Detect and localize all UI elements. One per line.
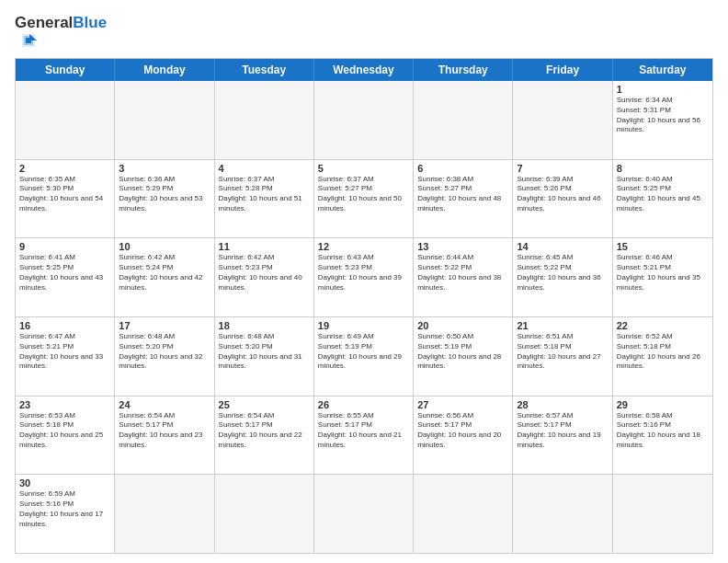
day-cell: 1Sunrise: 6:34 AM Sunset: 5:31 PM Daylig… xyxy=(613,81,712,159)
day-info: Sunrise: 6:54 AM Sunset: 5:17 PM Dayligh… xyxy=(119,411,210,451)
day-info: Sunrise: 6:54 AM Sunset: 5:17 PM Dayligh… xyxy=(219,411,310,451)
empty-day-cell xyxy=(115,81,214,159)
day-info: Sunrise: 6:40 AM Sunset: 5:25 PM Dayligh… xyxy=(617,175,709,214)
weekday-header: Saturday xyxy=(613,59,712,81)
day-cell: 17Sunrise: 6:48 AM Sunset: 5:20 PM Dayli… xyxy=(115,317,214,396)
day-cell: 12Sunrise: 6:43 AM Sunset: 5:23 PM Dayli… xyxy=(314,238,414,316)
day-number: 9 xyxy=(19,241,110,252)
day-info: Sunrise: 6:50 AM Sunset: 5:19 PM Dayligh… xyxy=(417,332,508,372)
day-cell: 18Sunrise: 6:48 AM Sunset: 5:20 PM Dayli… xyxy=(215,317,314,396)
empty-day-cell xyxy=(215,81,314,159)
day-cell: 24Sunrise: 6:54 AM Sunset: 5:17 PM Dayli… xyxy=(115,396,214,475)
day-cell: 3Sunrise: 6:36 AM Sunset: 5:29 PM Daylig… xyxy=(115,160,214,238)
day-cell: 6Sunrise: 6:38 AM Sunset: 5:27 PM Daylig… xyxy=(414,160,513,238)
calendar-week-row: 16Sunrise: 6:47 AM Sunset: 5:21 PM Dayli… xyxy=(16,317,712,396)
day-info: Sunrise: 6:45 AM Sunset: 5:22 PM Dayligh… xyxy=(517,253,608,293)
day-info: Sunrise: 6:55 AM Sunset: 5:17 PM Dayligh… xyxy=(318,411,409,451)
day-info: Sunrise: 6:56 AM Sunset: 5:17 PM Dayligh… xyxy=(417,411,508,451)
day-cell: 27Sunrise: 6:56 AM Sunset: 5:17 PM Dayli… xyxy=(414,396,513,475)
day-info: Sunrise: 6:51 AM Sunset: 5:18 PM Dayligh… xyxy=(517,332,608,372)
calendar-week-row: 23Sunrise: 6:53 AM Sunset: 5:18 PM Dayli… xyxy=(16,396,712,476)
empty-day-cell xyxy=(314,475,414,553)
day-cell: 11Sunrise: 6:42 AM Sunset: 5:23 PM Dayli… xyxy=(215,238,314,316)
calendar: SundayMondayTuesdayWednesdayThursdayFrid… xyxy=(15,58,713,554)
day-number: 2 xyxy=(19,163,110,174)
day-cell: 10Sunrise: 6:42 AM Sunset: 5:24 PM Dayli… xyxy=(115,238,214,316)
day-info: Sunrise: 6:39 AM Sunset: 5:26 PM Dayligh… xyxy=(517,175,608,214)
day-number: 14 xyxy=(517,241,608,252)
day-info: Sunrise: 6:36 AM Sunset: 5:29 PM Dayligh… xyxy=(119,175,210,214)
day-cell: 30Sunrise: 6:59 AM Sunset: 5:16 PM Dayli… xyxy=(16,475,115,553)
day-cell: 7Sunrise: 6:39 AM Sunset: 5:26 PM Daylig… xyxy=(513,160,612,238)
day-cell: 14Sunrise: 6:45 AM Sunset: 5:22 PM Dayli… xyxy=(513,238,612,316)
empty-day-cell xyxy=(215,475,314,553)
day-cell: 25Sunrise: 6:54 AM Sunset: 5:17 PM Dayli… xyxy=(215,396,314,475)
day-number: 30 xyxy=(19,477,110,488)
day-number: 4 xyxy=(219,163,310,174)
day-cell: 15Sunrise: 6:46 AM Sunset: 5:21 PM Dayli… xyxy=(613,238,712,316)
day-info: Sunrise: 6:37 AM Sunset: 5:28 PM Dayligh… xyxy=(219,175,310,214)
day-info: Sunrise: 6:35 AM Sunset: 5:30 PM Dayligh… xyxy=(19,175,110,214)
empty-day-cell xyxy=(314,81,414,159)
day-cell: 26Sunrise: 6:55 AM Sunset: 5:17 PM Dayli… xyxy=(314,396,414,475)
day-number: 11 xyxy=(219,241,310,252)
day-cell: 19Sunrise: 6:49 AM Sunset: 5:19 PM Dayli… xyxy=(314,317,414,396)
day-info: Sunrise: 6:41 AM Sunset: 5:25 PM Dayligh… xyxy=(19,253,110,293)
day-number: 8 xyxy=(617,163,709,174)
day-cell: 21Sunrise: 6:51 AM Sunset: 5:18 PM Dayli… xyxy=(513,317,612,396)
day-info: Sunrise: 6:58 AM Sunset: 5:16 PM Dayligh… xyxy=(617,411,709,451)
day-cell: 4Sunrise: 6:37 AM Sunset: 5:28 PM Daylig… xyxy=(215,160,314,238)
logo-icon xyxy=(15,32,70,49)
day-info: Sunrise: 6:49 AM Sunset: 5:19 PM Dayligh… xyxy=(318,332,409,372)
page: GeneralBlue SundayMondayTuesdayWednesday… xyxy=(0,0,728,563)
day-number: 6 xyxy=(417,163,508,174)
weekday-header: Thursday xyxy=(414,59,513,81)
day-number: 27 xyxy=(417,399,508,410)
weekday-header: Wednesday xyxy=(314,59,414,81)
day-info: Sunrise: 6:44 AM Sunset: 5:22 PM Dayligh… xyxy=(417,253,508,293)
calendar-header: SundayMondayTuesdayWednesdayThursdayFrid… xyxy=(16,59,712,81)
weekday-header: Sunday xyxy=(16,59,115,81)
empty-day-cell xyxy=(16,81,115,159)
day-number: 29 xyxy=(617,399,709,410)
day-cell: 22Sunrise: 6:52 AM Sunset: 5:18 PM Dayli… xyxy=(613,317,712,396)
day-info: Sunrise: 6:46 AM Sunset: 5:21 PM Dayligh… xyxy=(617,253,709,293)
calendar-week-row: 30Sunrise: 6:59 AM Sunset: 5:16 PM Dayli… xyxy=(16,475,712,553)
day-number: 16 xyxy=(19,320,110,331)
empty-day-cell xyxy=(414,475,513,553)
empty-day-cell xyxy=(115,475,214,553)
day-info: Sunrise: 6:43 AM Sunset: 5:23 PM Dayligh… xyxy=(318,253,409,293)
day-number: 21 xyxy=(517,320,608,331)
day-cell: 5Sunrise: 6:37 AM Sunset: 5:27 PM Daylig… xyxy=(314,160,414,238)
day-info: Sunrise: 6:34 AM Sunset: 5:31 PM Dayligh… xyxy=(617,96,709,135)
day-info: Sunrise: 6:42 AM Sunset: 5:23 PM Dayligh… xyxy=(219,253,310,293)
day-info: Sunrise: 6:38 AM Sunset: 5:27 PM Dayligh… xyxy=(417,175,508,214)
empty-day-cell xyxy=(613,475,712,553)
logo-blue: Blue xyxy=(73,14,107,31)
day-number: 15 xyxy=(617,241,709,252)
empty-day-cell xyxy=(414,81,513,159)
weekday-header: Tuesday xyxy=(215,59,314,81)
day-number: 22 xyxy=(617,320,709,331)
day-number: 18 xyxy=(219,320,310,331)
day-number: 23 xyxy=(19,399,110,410)
weekday-header: Friday xyxy=(513,59,612,81)
day-info: Sunrise: 6:42 AM Sunset: 5:24 PM Dayligh… xyxy=(119,253,210,293)
day-info: Sunrise: 6:48 AM Sunset: 5:20 PM Dayligh… xyxy=(119,332,210,372)
day-number: 12 xyxy=(318,241,409,252)
day-number: 20 xyxy=(417,320,508,331)
day-cell: 29Sunrise: 6:58 AM Sunset: 5:16 PM Dayli… xyxy=(613,396,712,475)
day-number: 1 xyxy=(617,84,709,95)
day-cell: 20Sunrise: 6:50 AM Sunset: 5:19 PM Dayli… xyxy=(414,317,513,396)
day-number: 3 xyxy=(119,163,210,174)
day-cell: 9Sunrise: 6:41 AM Sunset: 5:25 PM Daylig… xyxy=(16,238,115,316)
logo-general: General xyxy=(15,14,73,31)
day-number: 19 xyxy=(318,320,409,331)
logo: GeneralBlue xyxy=(15,15,107,52)
day-info: Sunrise: 6:59 AM Sunset: 5:16 PM Dayligh… xyxy=(19,489,110,529)
day-info: Sunrise: 6:47 AM Sunset: 5:21 PM Dayligh… xyxy=(19,332,110,372)
day-info: Sunrise: 6:52 AM Sunset: 5:18 PM Dayligh… xyxy=(617,332,709,372)
day-cell: 28Sunrise: 6:57 AM Sunset: 5:17 PM Dayli… xyxy=(513,396,612,475)
day-cell: 2Sunrise: 6:35 AM Sunset: 5:30 PM Daylig… xyxy=(16,160,115,238)
empty-day-cell xyxy=(513,81,612,159)
